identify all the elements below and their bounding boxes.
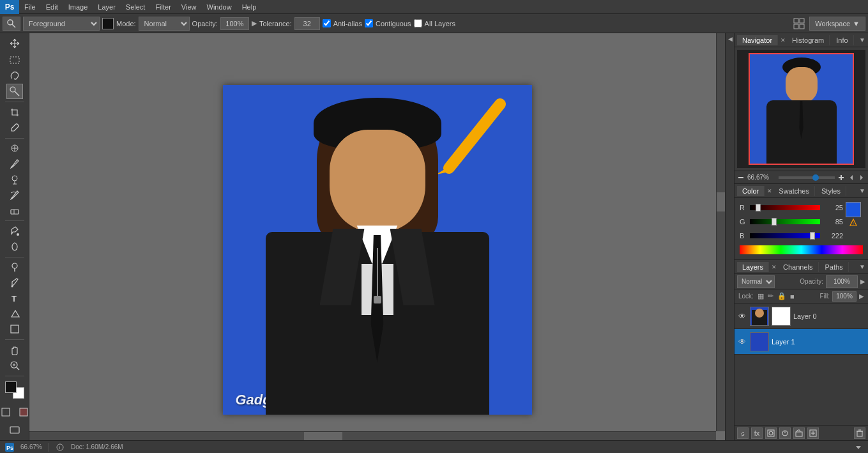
layer-item-0[interactable]: 👁 Layer 0 (735, 303, 868, 329)
shape-tool[interactable] (6, 322, 23, 337)
anti-alias-label[interactable]: Anti-alias (323, 19, 362, 27)
all-layers-label[interactable]: All Layers (414, 19, 455, 27)
eraser-tool[interactable] (6, 203, 23, 218)
layer-1-eye[interactable]: 👁 (737, 337, 747, 347)
standard-mode[interactable] (0, 404, 14, 420)
group-btn[interactable] (793, 427, 805, 439)
scroll-thumb-h[interactable] (304, 432, 342, 440)
link-layers-btn[interactable] (737, 427, 749, 439)
opacity-arrow[interactable]: ▶ (252, 19, 257, 27)
tab-styles[interactable]: Styles (816, 186, 846, 196)
lock-all-icon[interactable]: 🔒 (777, 292, 786, 300)
collapse-btn[interactable]: ◀ (727, 36, 733, 42)
brush-tool[interactable] (6, 157, 23, 171)
marquee-tool[interactable] (6, 52, 23, 67)
r-slider-handle[interactable] (756, 204, 761, 211)
foreground-swatch[interactable] (5, 381, 17, 393)
crop-tool[interactable] (6, 105, 23, 119)
opacity-arrow[interactable]: ▶ (860, 278, 865, 285)
layer-0-eye[interactable]: 👁 (737, 311, 747, 321)
tolerance-input[interactable] (294, 17, 320, 30)
menu-select[interactable]: Select (121, 2, 151, 12)
contiguous-checkbox[interactable] (365, 19, 373, 27)
zoom-tool[interactable] (6, 358, 23, 372)
canvas-image[interactable]: Gadgetsiana 💡 (223, 85, 532, 415)
mask-btn[interactable] (765, 427, 777, 439)
tool-selector[interactable] (3, 17, 20, 31)
clone-stamp-tool[interactable] (6, 172, 23, 187)
menu-layer[interactable]: Layer (93, 2, 121, 12)
g-slider-track[interactable] (750, 219, 820, 224)
menu-view[interactable]: View (176, 2, 202, 12)
dodge-tool[interactable] (6, 260, 23, 275)
type-tool[interactable]: T (6, 291, 23, 305)
menu-window[interactable]: Window (202, 2, 237, 12)
zoom-slider-thumb[interactable] (812, 174, 819, 181)
pen-tool[interactable] (6, 275, 23, 290)
lock-pixels-icon[interactable]: ▦ (758, 292, 764, 300)
color-tab-close[interactable]: ✕ (767, 188, 772, 194)
fill-arrow[interactable]: ▶ (859, 293, 864, 300)
menu-help[interactable]: Help (237, 2, 262, 12)
all-layers-checkbox[interactable] (414, 19, 422, 27)
status-info-icon[interactable]: i (56, 443, 65, 452)
opacity-input[interactable] (220, 17, 249, 30)
blur-tool[interactable] (6, 239, 23, 254)
layer-item-1[interactable]: 👁 Layer 1 (735, 329, 868, 355)
anti-alias-checkbox[interactable] (323, 19, 331, 27)
tab-histogram[interactable]: Histogram (787, 35, 830, 45)
menu-edit[interactable]: Edit (41, 2, 63, 12)
tab-channels[interactable]: Channels (778, 262, 818, 272)
fx-btn[interactable]: fx (751, 427, 763, 439)
zoom-in-icon[interactable] (837, 174, 845, 181)
zoom-slider[interactable] (779, 176, 835, 179)
status-arrow-icon[interactable] (854, 443, 863, 452)
lock-artboard-icon[interactable]: ■ (790, 293, 795, 300)
eyedropper-tool[interactable] (6, 120, 23, 135)
nav-arrow-left-icon[interactable] (848, 174, 855, 181)
history-brush-tool[interactable] (6, 187, 23, 202)
g-slider-handle[interactable] (772, 218, 777, 226)
layers-tab-close[interactable]: ✕ (772, 264, 777, 270)
mode-dropdown[interactable]: Normal (139, 17, 190, 31)
path-select-tool[interactable] (6, 306, 23, 321)
fill-input[interactable] (832, 291, 857, 302)
tab-layers[interactable]: Layers (737, 262, 769, 272)
navigator-collapse[interactable]: ▼ (859, 36, 865, 43)
menu-image[interactable]: Image (63, 2, 93, 12)
tab-info[interactable]: Info (831, 35, 853, 45)
canvas-scrollbar-vertical[interactable] (716, 33, 725, 431)
lasso-tool[interactable] (6, 68, 23, 83)
move-tool[interactable] (6, 36, 23, 51)
tab-navigator[interactable]: Navigator (737, 35, 778, 45)
layers-collapse[interactable]: ▼ (859, 263, 865, 270)
b-slider-handle[interactable] (810, 232, 815, 240)
tab-paths[interactable]: Paths (820, 262, 849, 272)
magic-wand-tool[interactable] (6, 84, 23, 99)
new-layer-btn[interactable] (807, 427, 819, 439)
color-spectrum-bar[interactable] (740, 245, 863, 254)
workspace-button[interactable]: Workspace ▼ (809, 17, 865, 31)
menu-filter[interactable]: Filter (150, 2, 176, 12)
adjustment-btn[interactable] (779, 427, 791, 439)
foreground-color-swatch[interactable] (102, 18, 114, 29)
hand-tool[interactable] (6, 342, 23, 357)
healing-brush-tool[interactable] (6, 141, 23, 156)
color-collapse[interactable]: ▼ (859, 187, 865, 194)
zoom-out-icon[interactable] (737, 174, 745, 181)
paint-bucket-tool[interactable] (6, 224, 23, 238)
blend-mode-select[interactable]: Normal (737, 275, 775, 288)
navigator-tab-close[interactable]: ✕ (780, 37, 786, 43)
menu-file[interactable]: File (19, 2, 41, 12)
screen-mode-tool[interactable] (6, 423, 23, 438)
tool-dropdown[interactable]: Foreground (23, 17, 100, 31)
tab-swatches[interactable]: Swatches (773, 186, 815, 196)
b-slider-track[interactable] (750, 233, 820, 238)
r-slider-track[interactable] (750, 205, 820, 210)
lock-position-icon[interactable]: ✏ (768, 292, 773, 300)
nav-arrow-right-icon[interactable] (858, 174, 865, 181)
scroll-thumb-v[interactable] (717, 192, 725, 211)
current-color-swatch[interactable] (846, 202, 861, 217)
contiguous-label[interactable]: Contiguous (365, 19, 411, 27)
delete-layer-btn[interactable] (854, 427, 865, 439)
